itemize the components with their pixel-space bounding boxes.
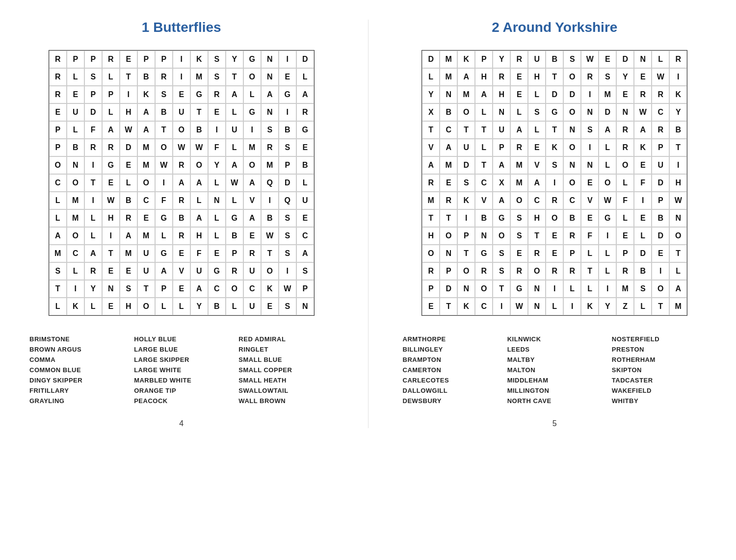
grid-cell: W [173, 139, 190, 156]
grid-cell: B [279, 121, 296, 139]
grid-cell: A [634, 121, 652, 139]
grid-cell: E [296, 209, 314, 227]
grid-cell: R [120, 209, 137, 227]
grid-cell: N [67, 156, 84, 174]
grid-cell: B [261, 209, 279, 227]
grid-cell: A [510, 121, 528, 139]
grid-cell: L [120, 174, 137, 192]
grid-cell: L [475, 103, 493, 121]
grid-cell: N [440, 86, 457, 103]
grid-cell: H [120, 103, 137, 121]
grid-cell: S [457, 174, 475, 192]
grid-cell: O [563, 139, 581, 156]
grid-cell: M [120, 245, 137, 262]
grid-cell: Y [616, 68, 634, 86]
word-list-item: BILLINGLEY [403, 346, 498, 353]
grid-cell: A [173, 174, 190, 192]
grid-cell: L [155, 298, 173, 315]
grid-cell: C [243, 280, 261, 298]
grid-cell: U [243, 298, 261, 315]
grid-cell: V [475, 192, 493, 209]
grid-cell: E [581, 209, 599, 227]
grid-cell: B [155, 103, 173, 121]
grid-cell: O [475, 280, 493, 298]
word-list-item: WHITBY [612, 397, 707, 405]
grid-cell: T [669, 245, 687, 262]
grid-cell: V [173, 262, 190, 280]
grid-cell: R [546, 192, 563, 209]
word-list-item: LARGE BLUE [134, 346, 229, 353]
grid-cell: M [137, 139, 155, 156]
grid-row: EUDLHABUTELGNIR [49, 103, 314, 121]
puzzle-1-title: 1 Butterflies [142, 20, 221, 35]
grid-cell: O [599, 174, 616, 192]
grid-cell: T [422, 209, 440, 227]
grid-cell: R [422, 174, 440, 192]
grid-cell: P [652, 139, 669, 156]
grid-cell: L [669, 262, 687, 280]
grid-cell: T [84, 174, 102, 192]
grid-cell: B [190, 121, 208, 139]
grid-cell: N [616, 103, 634, 121]
grid-cell: K [190, 51, 208, 68]
grid-cell: H [528, 209, 546, 227]
grid-cell: F [616, 192, 634, 209]
grid-cell: W [120, 121, 137, 139]
grid-cell: L [528, 86, 546, 103]
grid-cell: B [173, 209, 190, 227]
grid-row: TCTTUALTNSARARB [422, 121, 687, 139]
grid-cell: E [634, 209, 652, 227]
grid-cell: Y [669, 103, 687, 121]
puzzle-1-page-number: 4 [179, 419, 184, 428]
grid-cell: H [493, 86, 510, 103]
grid-cell: L [102, 103, 120, 121]
grid-row: RPPREPPIKSYGNID [49, 51, 314, 68]
grid-cell: L [173, 298, 190, 315]
grid-cell: R [510, 51, 528, 68]
word-list-item: PEACOCK [134, 397, 229, 405]
grid-cell: D [599, 103, 616, 121]
grid-cell: R [84, 262, 102, 280]
grid-cell: O [67, 227, 84, 245]
grid-cell: T [546, 121, 563, 139]
grid-cell: A [493, 156, 510, 174]
grid-cell: S [528, 103, 546, 121]
grid-cell: D [440, 280, 457, 298]
grid-cell: S [493, 262, 510, 280]
grid-cell: W [261, 227, 279, 245]
grid-row: ETKCIWNLIKYZLTM [422, 298, 687, 315]
grid-cell: D [652, 174, 669, 192]
grid-cell: U [296, 192, 314, 209]
grid-cell: R [652, 86, 669, 103]
grid-row: AMDTAMVSNNLOEUI [422, 156, 687, 174]
grid-cell: R [49, 86, 67, 103]
grid-cell: E [173, 245, 190, 262]
grid-cell: A [261, 86, 279, 103]
grid-row: XBOLNLSGONDNWCY [422, 103, 687, 121]
grid-cell: D [296, 51, 314, 68]
grid-cell: I [173, 68, 190, 86]
grid-cell: I [599, 227, 616, 245]
grid-cell: M [67, 209, 84, 227]
grid-cell: T [457, 245, 475, 262]
grid-row: HOPNOSTERFIELDO [422, 227, 687, 245]
grid-cell: Y [599, 298, 616, 315]
grid-cell: U [67, 103, 84, 121]
grid-cell: P [616, 245, 634, 262]
grid-row: AOLIAMLRHLBEWSC [49, 227, 314, 245]
grid-cell: O [528, 262, 546, 280]
grid-cell: I [102, 227, 120, 245]
grid-cell: E [634, 156, 652, 174]
grid-cell: E [120, 156, 137, 174]
grid-cell: L [155, 227, 173, 245]
grid-cell: N [296, 298, 314, 315]
grid-cell: S [581, 121, 599, 139]
grid-cell: O [226, 280, 243, 298]
grid-cell: N [581, 156, 599, 174]
grid-cell: P [226, 245, 243, 262]
word-list-item: PRESTON [612, 346, 707, 353]
grid-cell: R [616, 121, 634, 139]
grid-cell: R [84, 139, 102, 156]
grid-cell: E [510, 86, 528, 103]
grid-cell: D [457, 156, 475, 174]
